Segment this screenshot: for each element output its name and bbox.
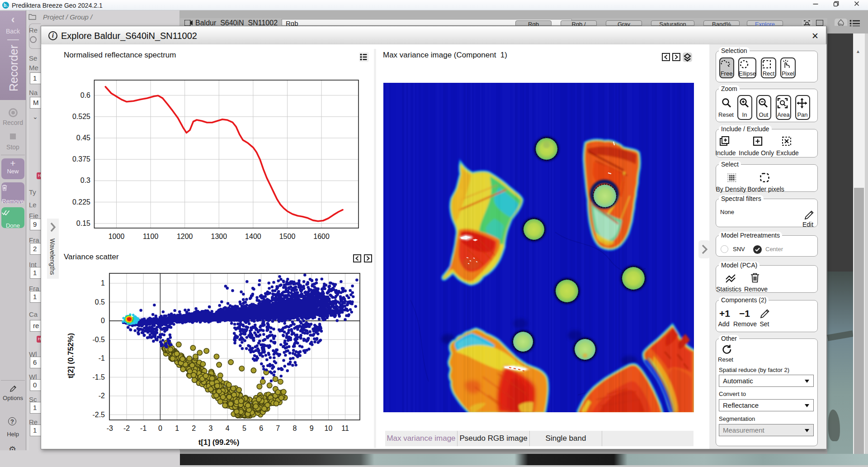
svg-text:1300: 1300 (211, 233, 227, 240)
svg-text:1: 1 (101, 279, 105, 287)
svg-text:10: 10 (325, 424, 333, 432)
svg-text:t[2] (0.752%): t[2] (0.752%) (66, 333, 75, 378)
svg-text:-2: -2 (123, 424, 130, 432)
svg-text:Recorder: Recorder (7, 45, 20, 91)
svg-text:1600: 1600 (313, 233, 330, 240)
svg-text:5: 5 (242, 424, 246, 432)
svg-text:-2: -2 (99, 392, 105, 400)
svg-text:0.5: 0.5 (95, 298, 105, 306)
svg-text:1: 1 (175, 424, 179, 432)
svg-text:9: 9 (310, 424, 314, 432)
svg-text:t[1] (99.2%): t[1] (99.2%) (198, 438, 240, 447)
svg-text:-3: -3 (107, 424, 113, 432)
svg-text:-2.5: -2.5 (92, 411, 105, 419)
svg-text:1500: 1500 (279, 233, 296, 240)
svg-text:-1: -1 (140, 424, 146, 432)
svg-text:0: 0 (158, 424, 162, 432)
svg-text:1200: 1200 (177, 233, 193, 240)
svg-text:7: 7 (276, 424, 280, 432)
svg-text:2: 2 (192, 424, 196, 432)
svg-text:0.45: 0.45 (76, 134, 90, 142)
svg-text:0.6: 0.6 (80, 91, 90, 99)
svg-text:0.525: 0.525 (72, 113, 90, 120)
svg-text:0.15: 0.15 (76, 219, 90, 227)
svg-text:4: 4 (226, 424, 230, 432)
svg-text:8: 8 (293, 424, 297, 432)
svg-text:0.225: 0.225 (72, 198, 90, 206)
svg-text:1000: 1000 (108, 233, 125, 240)
svg-text:1400: 1400 (245, 233, 261, 240)
svg-text:-1: -1 (99, 354, 105, 362)
svg-text:-0.5: -0.5 (92, 336, 105, 343)
svg-text:11: 11 (341, 424, 349, 432)
svg-text:1100: 1100 (143, 233, 159, 240)
svg-text:3: 3 (209, 424, 213, 432)
svg-text:0: 0 (101, 317, 105, 324)
svg-text:0.375: 0.375 (72, 155, 90, 163)
svg-text:6: 6 (259, 424, 263, 432)
svg-text:0.3: 0.3 (80, 176, 90, 184)
svg-text:-1.5: -1.5 (92, 373, 105, 381)
